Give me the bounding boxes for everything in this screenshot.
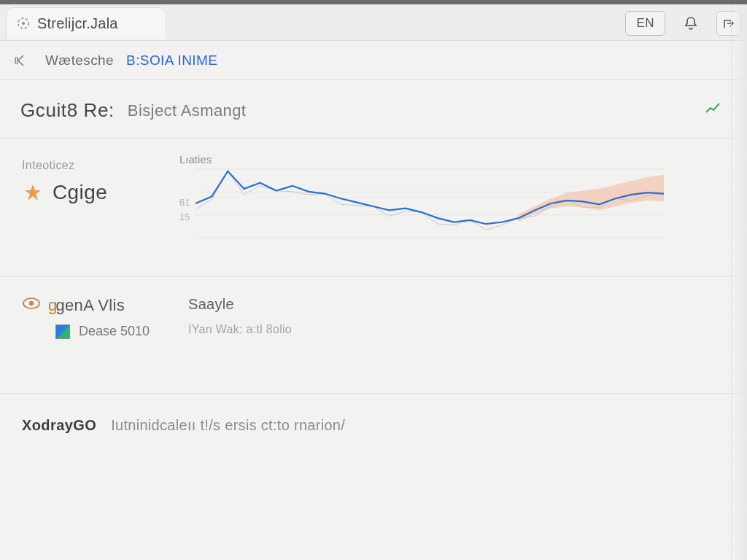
legend-label: Dease 5010 <box>79 324 150 339</box>
lang-pill[interactable]: EN <box>625 11 665 36</box>
chart-title: Lıaties <box>179 153 212 166</box>
nav-back-icon[interactable] <box>10 50 32 71</box>
section2-right-sub: IYan Wak: a:tl 8olio <box>188 323 292 336</box>
page-header: Gcuit8 Re: Bisject Asmangt <box>0 80 747 139</box>
browser-tabbar: Strelijcr.Jala EN <box>0 0 747 41</box>
legend-row: Dease 5010 <box>22 324 725 339</box>
svg-point-1 <box>22 22 25 25</box>
svg-point-7 <box>29 301 34 306</box>
trend-up-icon <box>699 99 727 122</box>
footer-row: XodrayGO Iutninidcaleıı t!/s ersis ct:to… <box>0 394 747 434</box>
sparkline-svg <box>175 165 671 245</box>
panel-secondary: ggenA Vlis Dease 5010 Saayle IYan Wak: a… <box>0 277 747 394</box>
bell-icon[interactable] <box>678 11 703 36</box>
address-host: Wætesche <box>45 52 114 68</box>
metric-name[interactable]: Cgige <box>53 181 107 204</box>
panel-metric-chart: Inteoticez Cgige Lıaties 61 15 <box>0 139 747 277</box>
section2-right-label: Saayle <box>188 296 292 313</box>
legend-swatch-icon <box>55 324 70 339</box>
export-icon[interactable] <box>716 11 741 36</box>
browser-toolbar: Wætesche B:SOIA INIME <box>0 41 747 80</box>
footer-text: Iutninidcaleıı t!/s ersis ct:to rnarion/ <box>111 417 345 434</box>
eye-icon <box>22 296 41 315</box>
address-path: B:SOIA INIME <box>126 52 217 68</box>
browser-tab-active[interactable]: Strelijcr.Jala <box>6 7 166 39</box>
page-subtitle: Bisject Asmangt <box>128 101 247 120</box>
tab-favicon-icon <box>17 17 30 30</box>
address-bar[interactable]: Wætesche B:SOIA INIME <box>41 52 737 69</box>
section2-title[interactable]: ggenA Vlis <box>22 296 725 315</box>
footer-key[interactable]: XodrayGO <box>22 417 96 434</box>
spark-icon <box>22 182 44 203</box>
sparkline-chart: Lıaties 61 15 <box>175 155 671 242</box>
metric-caption: Inteoticez <box>22 159 158 172</box>
tab-title: Strelijcr.Jala <box>37 15 118 32</box>
page-title: Gcuit8 Re: <box>20 99 115 122</box>
